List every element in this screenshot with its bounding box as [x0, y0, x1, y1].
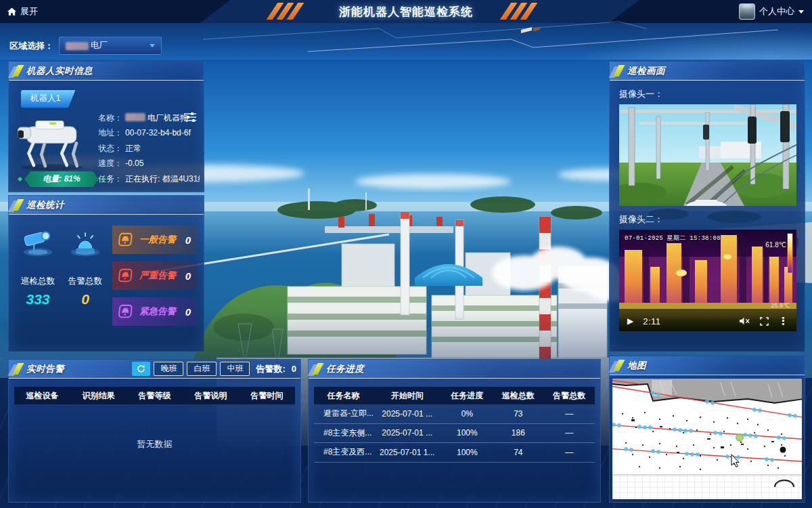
redacted-text — [125, 113, 145, 121]
camera2-label: 摄像头二： — [619, 213, 805, 226]
region-select[interactable]: 电厂 — [59, 37, 162, 55]
shift-button-night[interactable]: 晚班 — [154, 362, 183, 376]
alerts-table-header: 巡检设备 识别结果 告警等级 告警说明 告警时间 — [14, 387, 295, 404]
region-value: 电厂 — [91, 40, 108, 51]
inspection-view-panel: 巡检画面 摄像头一： — [609, 61, 805, 352]
region-label: 区域选择： — [9, 40, 53, 52]
home-icon — [7, 7, 17, 16]
header-slash-icon — [12, 199, 24, 211]
realtime-alerts-panel: 实时告警 晚班 白班 中班 告警数: 0 巡检设备 识别结果 告警等级 告警说明 — [8, 359, 301, 503]
col-header: 告警说明 — [183, 390, 239, 402]
header-bar: 展开 浙能机器人智能巡检系统 个人中心 — [0, 0, 812, 23]
header-slash-icon — [311, 363, 323, 375]
slam-map — [612, 379, 802, 499]
alert-count-value: 0 — [292, 364, 296, 374]
mute-button[interactable] — [739, 316, 750, 326]
stat-value: 0 — [62, 291, 109, 308]
inspection-stats-panel: 巡检统计 巡检总数 333 — [8, 195, 204, 352]
stat-label: 告警总数 — [62, 276, 109, 287]
alarm-label: 紧急告警 — [139, 305, 176, 318]
field-name: 名称：电厂机器狗 — [98, 110, 200, 125]
header-slash-icon — [612, 360, 625, 371]
camera1-feed[interactable] — [619, 104, 796, 206]
robot-fields: 名称：电厂机器狗 地址：00-07-32-b4-bd-6f 状态：正常 速度：-… — [98, 110, 200, 186]
field-task: 任务：正在执行: 都温4U31线避... — [98, 171, 200, 186]
fullscreen-button[interactable] — [760, 317, 769, 326]
camera1-image — [619, 104, 796, 206]
map-canvas[interactable] — [612, 379, 802, 499]
header-glow — [528, 23, 812, 60]
expand-label: 展开 — [20, 5, 38, 18]
task-progress-panel: 任务进度 任务名称 开始时间 任务进度 巡检总数 告警总数 避雷器-立即... … — [308, 359, 601, 503]
tasks-table-header: 任务名称 开始时间 任务进度 巡检总数 告警总数 — [314, 387, 595, 404]
panel-header: 任务进度 — [309, 360, 600, 379]
col-header: 巡检总数 — [493, 390, 543, 402]
col-header: 任务名称 — [314, 390, 373, 402]
stat-totals: 巡检总数 333 告警总数 0 — [14, 226, 113, 308]
field-speed: 速度：-0.05 — [98, 156, 200, 171]
col-header: 告警时间 — [239, 390, 295, 402]
user-menu-label: 个人中心 — [759, 5, 794, 18]
panel-title: 巡检画面 — [627, 65, 665, 77]
alarm-bell-icon — [118, 232, 134, 248]
video-menu-button[interactable]: ⋮ — [778, 315, 788, 327]
camera1-label: 摄像头一： — [619, 88, 805, 100]
alarm-bell-icon — [118, 268, 134, 284]
map-panel: 地图 — [609, 356, 805, 503]
empty-state-text: 暂无数据 — [9, 438, 300, 450]
panel-header: 实时告警 晚班 白班 中班 告警数: 0 — [9, 360, 300, 379]
alarm-value: 0 — [185, 270, 192, 282]
stat-label: 巡检总数 — [14, 276, 62, 287]
panel-title: 机器人实时信息 — [26, 65, 93, 77]
siren-icon — [68, 226, 102, 258]
shift-button-day[interactable]: 白班 — [187, 362, 217, 376]
robot-tab[interactable]: 机器人1 — [21, 90, 75, 108]
refresh-button[interactable] — [132, 362, 150, 376]
alarm-label: 一般告警 — [139, 234, 176, 246]
expand-button[interactable]: 展开 — [7, 0, 38, 23]
muted-speaker-icon — [739, 316, 750, 326]
shift-button-middle[interactable]: 中班 — [220, 362, 250, 376]
robot-tab-label: 机器人1 — [30, 93, 60, 103]
alarm-banner-urgent: 紧急告警 0 — [112, 297, 198, 326]
panel-title: 巡检统计 — [26, 199, 64, 211]
task-row[interactable]: #8主变及西... 2025-07-01 1... 100% 74 — — [314, 443, 595, 463]
user-menu[interactable]: 个人中心 — [739, 0, 804, 23]
task-row[interactable]: #8主变东侧... 2025-07-01 ... 100% 186 — — [314, 424, 595, 444]
col-header: 告警等级 — [127, 390, 183, 402]
col-header: 识别结果 — [70, 390, 127, 402]
alarm-label: 严重告警 — [139, 270, 176, 282]
panel-title: 实时告警 — [26, 363, 64, 375]
avatar — [739, 3, 755, 20]
chevron-down-icon — [798, 10, 804, 14]
panel-header: 地图 — [610, 356, 805, 375]
alarm-value: 0 — [185, 306, 192, 318]
battery-badge: 电量: 81% — [18, 171, 105, 187]
panel-title: 地图 — [627, 360, 646, 372]
field-status: 状态：正常 — [98, 141, 200, 156]
panel-header: 巡检统计 — [9, 196, 204, 215]
fullscreen-icon — [760, 317, 769, 326]
dashboard: 展开 浙能机器人智能巡检系统 个人中心 区域选择： 电厂 机器人实时信息 机器人… — [0, 0, 812, 508]
alert-count-label: 告警数: — [256, 363, 285, 375]
col-header: 开始时间 — [373, 390, 442, 402]
col-header: 告警总数 — [544, 390, 595, 402]
thermal-max-temp: 61.8℃ — [765, 241, 786, 249]
chevron-down-icon — [150, 44, 155, 47]
panel-header: 机器人实时信息 — [9, 62, 204, 81]
robot-dog-image — [13, 110, 95, 173]
alarm-value: 0 — [185, 234, 192, 246]
app-title: 浙能机器人智能巡检系统 — [0, 0, 812, 23]
header-slash-icon — [612, 65, 625, 77]
redacted-text — [66, 42, 89, 50]
alarm-banners: 一般告警 0 严重告警 0 紧急告警 0 — [112, 226, 198, 333]
col-header: 任务进度 — [442, 390, 493, 402]
field-address: 地址：00-07-32-b4-bd-6f — [98, 125, 200, 140]
panel-header: 巡检画面 — [610, 62, 805, 81]
play-button[interactable]: ▶ — [627, 316, 633, 326]
camera2-feed[interactable]: 07-01-2025 星期二 15:38:08 61.8℃ 25.9℃ ▶ 2:… — [619, 230, 796, 331]
stat-alerts: 告警总数 0 — [62, 226, 109, 308]
task-row[interactable]: 避雷器-立即... 2025-07-01 ... 0% 73 — — [314, 404, 595, 424]
alert-controls: 晚班 白班 中班 告警数: 0 — [132, 362, 296, 376]
refresh-icon — [137, 364, 145, 373]
